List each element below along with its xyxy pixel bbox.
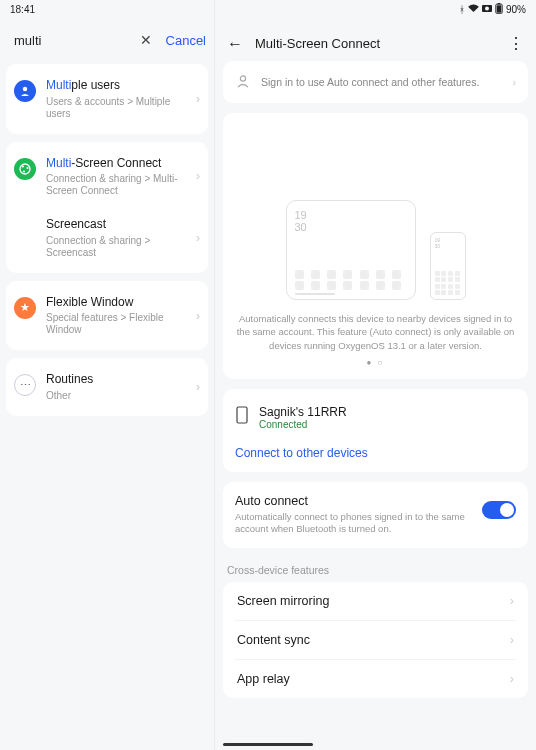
connect-other-link[interactable]: Connect to other devices [235, 446, 516, 460]
auto-connect-title: Auto connect [235, 494, 470, 508]
cancel-button[interactable]: Cancel [166, 33, 206, 48]
battery-pct: 90% [506, 4, 526, 15]
page-indicator: ● ○ [235, 358, 516, 367]
back-button[interactable]: ← [227, 35, 243, 53]
feature-app-relay[interactable]: App relay› [235, 659, 516, 698]
chevron-right-icon: › [510, 594, 514, 608]
result-multiple-users[interactable]: Multiple users Users & accounts > Multip… [6, 68, 208, 130]
auto-connect-row[interactable]: Auto connect Automatically connect to ph… [223, 482, 528, 548]
bluetooth-icon: ᚼ [459, 4, 465, 15]
svg-point-10 [240, 76, 245, 81]
svg-point-5 [23, 87, 27, 91]
svg-rect-11 [237, 407, 247, 423]
chevron-right-icon: › [196, 309, 200, 323]
detail-panel: ← Multi-Screen Connect ⋮ Sign in to use … [215, 0, 536, 750]
camera-icon [482, 4, 492, 15]
result-multiscreen-connect[interactable]: Multi-Screen Connect Connection & sharin… [6, 146, 208, 208]
svg-point-9 [23, 170, 25, 172]
icon-spacer [14, 219, 36, 241]
result-path: Other [46, 390, 186, 402]
clear-search-icon[interactable]: ✕ [136, 32, 156, 48]
svg-point-8 [26, 166, 28, 168]
sign-in-text: Sign in to use Auto connect and other fe… [261, 76, 503, 88]
result-path: Connection & sharing > Multi-Screen Conn… [46, 173, 186, 197]
result-path: Connection & sharing > Screencast [46, 235, 186, 259]
person-outline-icon [235, 73, 251, 91]
device-name: Sagnik's 11RRR [259, 405, 347, 419]
result-path: Special features > Flexible Window [46, 312, 186, 336]
chevron-right-icon: › [513, 76, 517, 88]
feature-screen-mirroring[interactable]: Screen mirroring› [235, 582, 516, 620]
phone-illustration: 19 30 [430, 232, 466, 300]
battery-icon [495, 3, 503, 16]
share-icon [14, 158, 36, 180]
search-panel: multi ✕ Cancel Multiple users Users & ac… [0, 0, 215, 750]
chevron-right-icon: › [510, 633, 514, 647]
nav-bar-handle[interactable] [223, 743, 313, 746]
result-highlight: Multi [46, 78, 71, 92]
sign-in-banner[interactable]: Sign in to use Auto connect and other fe… [223, 61, 528, 103]
devices-card: Sagnik's 11RRR Connected Connect to othe… [223, 389, 528, 472]
feature-content-sync[interactable]: Content sync› [235, 620, 516, 659]
device-status: Connected [259, 419, 347, 430]
features-card: Screen mirroring› Content sync› App rela… [223, 582, 528, 698]
wifi-icon [468, 4, 479, 15]
auto-connect-desc: Automatically connect to phones signed i… [235, 511, 470, 536]
chevron-right-icon: › [196, 380, 200, 394]
chevron-right-icon: › [510, 672, 514, 686]
result-highlight: Multi [46, 156, 71, 170]
status-time: 18:41 [10, 4, 35, 15]
svg-point-1 [485, 6, 489, 10]
svg-point-6 [20, 164, 30, 174]
section-header: Cross-device features [223, 558, 528, 582]
tablet-illustration: 19 30 [286, 200, 416, 300]
search-input[interactable]: multi [14, 33, 136, 48]
status-bar: 18:41 ᚼ 90% [0, 0, 536, 18]
chevron-right-icon: › [196, 92, 200, 106]
phone-icon [235, 406, 249, 428]
result-routines[interactable]: ⋯ Routines Other › [6, 362, 208, 412]
status-icons: ᚼ 90% [459, 3, 526, 16]
page-title: Multi-Screen Connect [255, 36, 496, 51]
promo-description: Automatically connects this device to ne… [235, 312, 516, 352]
svg-point-7 [22, 165, 24, 167]
svg-rect-4 [497, 5, 502, 12]
star-icon: ★ [14, 297, 36, 319]
chevron-right-icon: › [196, 169, 200, 183]
more-menu-icon[interactable]: ⋮ [508, 34, 524, 53]
result-flexible-window[interactable]: ★ Flexible Window Special features > Fle… [6, 285, 208, 347]
person-icon [14, 80, 36, 102]
device-row[interactable]: Sagnik's 11RRR Connected [235, 401, 516, 434]
dots-icon: ⋯ [14, 374, 36, 396]
promo-card[interactable]: 19 30 19 30 Automatically connects this … [223, 113, 528, 379]
chevron-right-icon: › [196, 231, 200, 245]
result-screencast[interactable]: Screencast Connection & sharing > Screen… [6, 207, 208, 269]
auto-connect-toggle[interactable] [482, 501, 516, 519]
result-path: Users & accounts > Multiple users [46, 96, 186, 120]
